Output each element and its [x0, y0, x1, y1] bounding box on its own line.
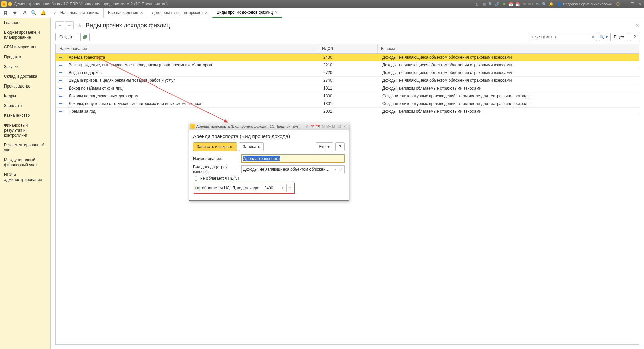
favorites-star-icon[interactable]: ★ [12, 10, 17, 15]
current-user[interactable]: 👤 Федоров Борис Михайлович [555, 2, 614, 6]
help-button[interactable]: ? [630, 33, 639, 41]
dialog-restore-button[interactable]: ❐ [337, 124, 342, 129]
radio-tax-icon[interactable] [195, 186, 200, 190]
window-restore-button[interactable]: ❐ [629, 1, 635, 7]
sidebar-item-hr[interactable]: Кадры [0, 91, 50, 101]
table-row[interactable]: ▬Аренда транспорта2400Доходы, не являющи… [56, 54, 639, 61]
titlebar-mminus-button[interactable]: M- [535, 1, 540, 7]
dialog-mplus-button[interactable]: M+ [326, 124, 331, 129]
kind-dropdown-icon[interactable]: ▾ [332, 166, 338, 173]
create-copy-button[interactable]: 🗐 [80, 33, 90, 41]
create-button[interactable]: Создать [55, 33, 78, 41]
tab-other-income-types[interactable]: Виды прочих доходов физлиц ✕ [212, 8, 282, 18]
titlebar-doc-icon[interactable]: ▤ [481, 1, 487, 7]
cell-vzn: Доходы, целиком облагаемые страховыми вз… [379, 84, 639, 92]
cell-vzn: Доходы, не являющиеся объектом обложения… [379, 77, 639, 84]
sort-indicator-icon: ↓ [313, 47, 315, 51]
radio-tax-label: облагается НДФЛ, код дохода: [202, 186, 259, 190]
apps-grid-icon[interactable]: ▦ [3, 10, 8, 15]
tab-close-icon[interactable]: ✕ [275, 10, 278, 15]
kind-open-icon[interactable]: ↗ [338, 166, 344, 173]
dialog-m-button[interactable]: M [320, 124, 326, 129]
col-header-vzn[interactable]: Взносы [378, 44, 639, 53]
nav-back-button[interactable]: ← [55, 21, 64, 29]
dialog-close-button[interactable]: ✕ [342, 124, 347, 129]
content-close-button[interactable]: ✕ [635, 23, 639, 28]
sidebar-item-salary[interactable]: Зарплата [0, 101, 50, 111]
name-input[interactable]: Аренда транспорта [241, 154, 345, 163]
dialog-income-type: 1c Аренда транспорта (Вид прочего дохода… [189, 123, 349, 201]
table-row[interactable]: ▬Выдача подарков2720Доходы, не являющиес… [56, 69, 639, 77]
sidebar-item-sales[interactable]: Продажи [0, 52, 50, 62]
search-clear-icon[interactable]: ✕ [591, 35, 595, 39]
search-input[interactable] [531, 35, 591, 39]
table-row[interactable]: ▬Выдача призов, в целях рекламы товаров,… [56, 77, 639, 84]
sidebar-item-warehouse[interactable]: Склад и доставка [0, 72, 50, 81]
window-close-button[interactable]: ✕ [637, 1, 643, 7]
search-button[interactable]: 🔍 ▾ [599, 33, 608, 41]
code-value[interactable]: 2400 [263, 184, 280, 192]
code-open-icon[interactable]: ↗ [286, 184, 293, 192]
col-header-ndfl[interactable]: НДФЛ [318, 44, 378, 53]
more-button[interactable]: Еще ▾ [610, 33, 628, 41]
table-row[interactable]: ▬Премия за год2002Доходы, целиком облага… [56, 108, 639, 115]
dialog-help-button[interactable]: ? [335, 142, 345, 151]
tab-close-icon[interactable]: ✕ [205, 11, 208, 15]
dialog-print-icon[interactable]: ⎙ [304, 124, 310, 129]
tab-contracts[interactable]: Договоры (в т.ч. авторские) ✕ [147, 8, 212, 18]
sidebar-item-main[interactable]: Главное [0, 18, 50, 28]
history-icon[interactable]: ↺ [22, 10, 27, 15]
sidebar-item-purchases[interactable]: Закупки [0, 62, 50, 72]
titlebar-calendar-icon[interactable]: 📅 [508, 1, 514, 7]
favorite-star-icon[interactable]: ★ [77, 22, 82, 29]
tab-home[interactable]: ⌂ Начальная страница [50, 8, 104, 18]
dialog-window-title: Аренда транспорта (Вид прочего дохода) (… [196, 124, 300, 128]
table-row[interactable]: ▬Вознаграждение, выплачиваемое наследник… [56, 61, 639, 69]
titlebar-search-icon[interactable]: 🔍 [488, 1, 493, 7]
sidebar-item-regulated[interactable]: Регламентированный учет [0, 140, 50, 155]
tab-all-accruals[interactable]: Все начисления ✕ [104, 8, 148, 18]
kind-combo[interactable]: Доходы, не являющиеся объектом обложения… [241, 165, 345, 173]
search-box[interactable]: ✕ [530, 33, 597, 41]
dialog-mminus-button[interactable]: M- [331, 124, 337, 129]
nav-forward-button[interactable]: → [65, 21, 74, 29]
titlebar-search2-icon[interactable]: 🔍 [542, 1, 547, 7]
sidebar-item-treasury[interactable]: Казначейство [0, 111, 50, 120]
titlebar-mplus-button[interactable]: M+ [528, 1, 534, 7]
titlebar-calendar2-icon[interactable]: 📆 [515, 1, 520, 7]
titlebar-info-icon[interactable]: ⓘ [615, 1, 620, 7]
titlebar-bell-icon[interactable]: 🔔 [548, 1, 554, 7]
table-row[interactable]: ▬Доходы по лицензионным договорам1300Соз… [56, 92, 639, 100]
toolbar-search-icon[interactable]: 🔍 [31, 10, 36, 15]
titlebar-m-button[interactable]: M [522, 1, 527, 7]
titlebar-print-icon[interactable]: ⎙ [475, 1, 480, 7]
titlebar-calc-icon[interactable]: 🖩 [501, 1, 507, 7]
cell-ndfl: 2210 [320, 61, 379, 69]
cell-name: Премия за год [65, 108, 320, 115]
tab-close-icon[interactable]: ✕ [140, 11, 143, 15]
save-button[interactable]: Записать [239, 142, 264, 151]
code-dropdown-icon[interactable]: ▾ [280, 184, 286, 192]
dialog-cal2-icon[interactable]: 📆 [315, 124, 320, 129]
radio-no-tax[interactable]: не облагается НДФЛ [193, 176, 345, 181]
sidebar-item-intl[interactable]: Международный финансовый учет [0, 155, 50, 170]
sidebar-item-crm[interactable]: CRM и маркетинг [0, 42, 50, 52]
sidebar-item-budgeting[interactable]: Бюджетирование и планирование [0, 28, 50, 42]
save-and-close-button[interactable]: Записать и закрыть [193, 142, 237, 151]
table-row[interactable]: ▬Доход по займам от физ лиц1011Доходы, ц… [56, 84, 639, 92]
dialog-more-button[interactable]: Еще ▾ [316, 142, 333, 151]
dialog-titlebar[interactable]: 1c Аренда транспорта (Вид прочего дохода… [189, 123, 349, 130]
notifications-bell-icon[interactable]: 🔔 [40, 10, 46, 15]
code-input-group[interactable]: 2400 ▾ ↗ [263, 184, 293, 192]
table-row[interactable]: ▬Доходы, полученные от отчуждения авторс… [56, 100, 639, 108]
app-menu-dropdown-icon[interactable]: ▾ [8, 2, 12, 6]
dialog-cal1-icon[interactable]: 📅 [310, 124, 315, 129]
sidebar-item-nsi[interactable]: НСИ и администрирование [0, 170, 50, 185]
top-toolbar: ▦ ★ ↺ 🔍 🔔 ⌂ Начальная страница Все начис… [0, 8, 644, 18]
sidebar-item-production[interactable]: Производство [0, 81, 50, 91]
titlebar-link-icon[interactable]: 🔗 [495, 1, 500, 7]
window-minimize-button[interactable]: — [622, 1, 628, 7]
radio-no-tax-icon[interactable] [194, 176, 198, 181]
sidebar-item-finresult[interactable]: Финансовый результат и контроллинг [0, 120, 50, 140]
col-header-name[interactable]: Наименование ↓ [56, 44, 318, 53]
